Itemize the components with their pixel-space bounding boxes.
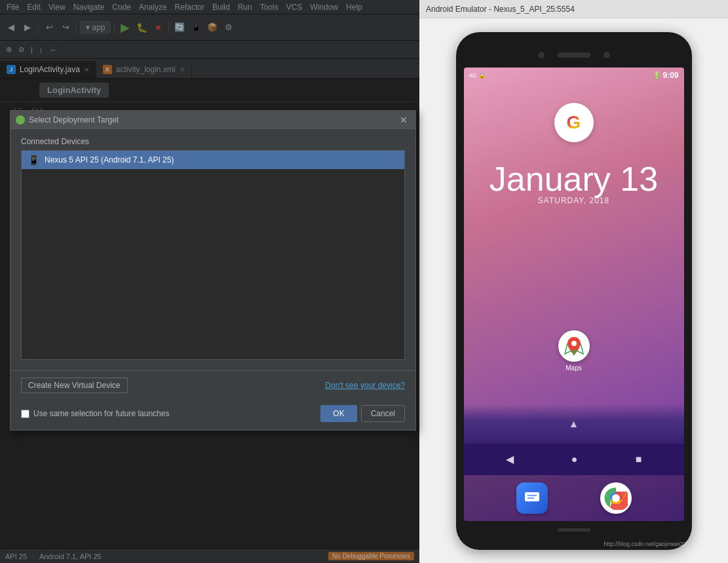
dont-see-device-link[interactable]: Don't see your device? xyxy=(325,381,405,390)
nav-home-btn[interactable]: ● xyxy=(571,454,578,465)
device-name: Nexus 5 API 25 (Android 7.1, API 25) xyxy=(45,155,174,165)
watermark: http://blog.csdn.net/gaojinwei22 xyxy=(603,541,686,547)
phone-frame: 4G 🔒 🔋 9:09 G Janua xyxy=(456,32,692,550)
screen-wave: ▲ xyxy=(464,404,684,444)
modal-body: Connected Devices 📱 Nexus 5 API 25 (Andr… xyxy=(10,129,415,368)
modal-title: Select Deployment Target xyxy=(29,115,397,125)
phone-camera xyxy=(538,52,545,58)
ok-button[interactable]: OK xyxy=(320,405,356,422)
screen-nav-bar: ◀ ● ■ xyxy=(464,444,684,475)
screen-time: 9:09 xyxy=(662,71,678,80)
connected-devices-label: Connected Devices xyxy=(21,137,405,146)
deployment-target-modal: Select Deployment Target ✕ Connected Dev… xyxy=(10,110,416,431)
ide-panel: File Edit View Navigate Code Analyze Ref… xyxy=(0,0,419,563)
chrome-app-icon[interactable] xyxy=(600,482,632,514)
nav-back-btn[interactable]: ◀ xyxy=(506,453,514,465)
phone-home-button xyxy=(558,528,590,532)
maps-app-label: Maps xyxy=(565,364,581,372)
phone-screen[interactable]: 4G 🔒 🔋 9:09 G Janua xyxy=(464,68,684,521)
emulator-title: Android Emulator - Nexus_5_API_25:5554 xyxy=(426,5,575,14)
emulator-titlebar: Android Emulator - Nexus_5_API_25:5554 xyxy=(419,0,728,18)
chrome-svg xyxy=(604,486,628,510)
svg-point-6 xyxy=(612,494,620,502)
create-virtual-device-button[interactable]: Create New Virtual Device xyxy=(21,378,128,393)
messages-svg xyxy=(523,489,541,507)
screen-status-right: 🔋 9:09 xyxy=(653,71,678,80)
phone-speaker xyxy=(558,52,590,58)
messages-app-icon[interactable] xyxy=(516,482,548,514)
modal-footer: Create New Virtual Device Don't see your… xyxy=(10,370,415,400)
google-search-button[interactable]: G xyxy=(554,103,594,142)
modal-android-icon xyxy=(16,115,25,125)
emulator-content: 4G 🔒 🔋 9:09 G Janua xyxy=(419,18,728,563)
device-list: 📱 Nexus 5 API 25 (Android 7.1, API 25) xyxy=(21,150,405,360)
svg-rect-1 xyxy=(525,492,539,501)
emulator-panel: Android Emulator - Nexus_5_API_25:5554 4… xyxy=(419,0,728,563)
future-launches-label: Use same selection for future launches xyxy=(33,409,169,418)
nav-recent-btn[interactable]: ■ xyxy=(636,454,642,465)
app-icons-area: Maps xyxy=(464,330,684,372)
cancel-button[interactable]: Cancel xyxy=(361,405,405,422)
device-item-nexus5[interactable]: 📱 Nexus 5 API 25 (Android 7.1, API 25) xyxy=(22,151,404,169)
future-launches-checkbox-label: Use same selection for future launches xyxy=(21,409,169,418)
date-display: January 13 SATURDAY, 2018 xyxy=(489,162,658,205)
device-phone-icon: 📱 xyxy=(28,155,39,165)
screen-signal-icon: 4G 🔒 xyxy=(469,71,486,79)
modal-overlay: Select Deployment Target ✕ Connected Dev… xyxy=(0,0,419,563)
phone-camera2 xyxy=(603,52,610,58)
date-day: January 13 xyxy=(489,162,658,196)
maps-app-icon[interactable] xyxy=(558,330,590,362)
phone-bottom-bar xyxy=(464,524,684,537)
svg-point-0 xyxy=(571,341,577,346)
modal-close-button[interactable]: ✕ xyxy=(397,115,410,125)
modal-titlebar: Select Deployment Target ✕ xyxy=(10,111,415,129)
future-launches-checkbox[interactable] xyxy=(21,410,29,418)
maps-svg xyxy=(564,336,584,357)
screen-status-bar: 4G 🔒 🔋 9:09 xyxy=(464,68,684,83)
modal-buttons-row: Use same selection for future launches O… xyxy=(10,400,415,430)
screen-dock xyxy=(464,475,684,521)
phone-top-bar xyxy=(464,45,684,65)
app-drawer-arrow[interactable]: ▲ xyxy=(569,418,579,430)
google-g-logo: G xyxy=(567,112,581,133)
maps-app-wrap: Maps xyxy=(558,330,590,372)
screen-battery-icon: 🔋 xyxy=(653,71,661,79)
screen-home-content: G January 13 SATURDAY, 2018 xyxy=(464,83,684,404)
